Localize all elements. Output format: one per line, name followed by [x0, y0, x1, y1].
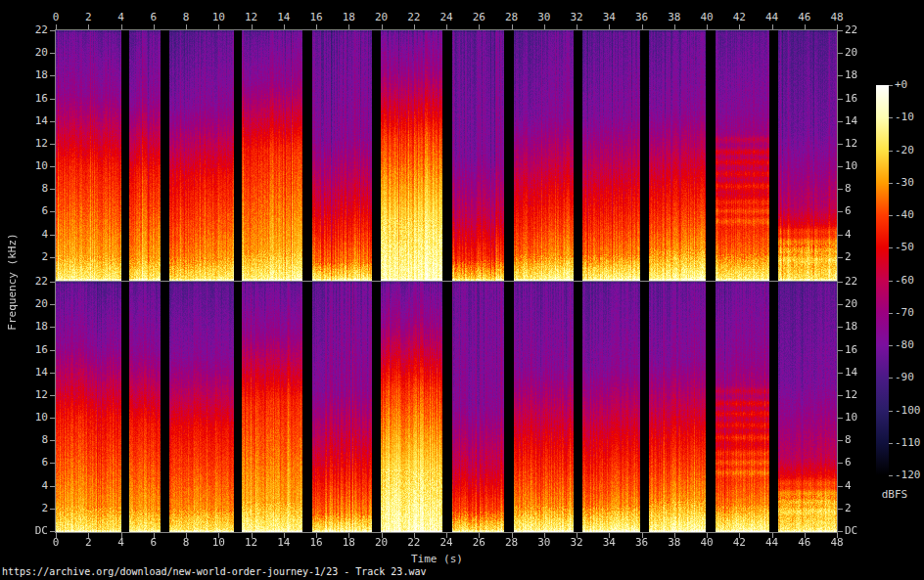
colorbar-tick: [889, 411, 893, 412]
time-tick-top: [739, 24, 740, 29]
freq-tick-right: [838, 531, 843, 532]
freq-tick-right: [838, 53, 843, 54]
time-tick-label-top: 0: [41, 12, 70, 23]
freq-tick-label-right: 14: [845, 115, 857, 127]
time-tick-label-bottom: 36: [627, 537, 657, 549]
colorbar-tick: [889, 247, 893, 248]
freq-tick-left: [50, 144, 55, 145]
channel-separator: [56, 281, 837, 282]
time-tick-label-top: 34: [594, 12, 624, 23]
freq-tick-right: [838, 121, 843, 122]
freq-tick-right: [838, 395, 843, 396]
freq-tick-label-right: 4: [845, 229, 852, 241]
time-tick-top: [284, 24, 285, 29]
freq-tick-left: [50, 189, 55, 190]
freq-tick-right: [838, 99, 843, 100]
freq-tick-label-right: 22: [845, 24, 857, 36]
freq-tick-right: [838, 304, 843, 305]
time-tick-label-bottom: 12: [237, 537, 266, 549]
time-tick-label-top: 48: [822, 12, 852, 23]
time-tick-top: [382, 24, 383, 29]
colorbar-tick: [889, 475, 893, 476]
colorbar-tick: [889, 443, 893, 444]
freq-tick-right: [838, 211, 843, 212]
freq-tick-left: [50, 440, 55, 441]
freq-tick-label-right: 16: [845, 93, 857, 105]
time-tick-top: [577, 24, 578, 29]
time-tick-label-bottom: 4: [107, 537, 136, 549]
freq-tick-label-right: 4: [845, 480, 852, 492]
freq-tick-right: [838, 418, 843, 419]
freq-tick-left: [50, 531, 55, 532]
freq-tick-label-right: 2: [845, 251, 852, 263]
colorbar-tick: [889, 183, 893, 184]
freq-tick-label-right: 18: [845, 321, 857, 333]
time-tick-top: [414, 24, 415, 29]
freq-tick-right: [838, 463, 843, 464]
freq-tick-left: [50, 166, 55, 167]
time-tick-label-bottom: 28: [497, 537, 527, 549]
freq-tick-right: [838, 282, 843, 283]
time-tick-label-top: 42: [724, 12, 754, 23]
time-tick-top: [544, 24, 545, 29]
freq-tick-right: [838, 327, 843, 328]
colorbar-tick: [889, 117, 893, 118]
freq-tick-label-right: 18: [845, 69, 857, 81]
colorbar-tick: [889, 151, 893, 152]
time-tick-label-bottom: 22: [399, 537, 429, 549]
time-tick-label-top: 16: [301, 12, 331, 23]
time-tick-label-bottom: 44: [758, 537, 787, 549]
time-tick-label-bottom: 24: [432, 537, 461, 549]
colorbar-tick-label: -100: [895, 405, 921, 417]
colorbar-tick: [889, 215, 893, 216]
time-tick-top: [348, 24, 349, 29]
freq-tick-right: [838, 373, 843, 374]
colorbar-tick-label: -70: [895, 307, 914, 319]
time-tick-label-bottom: 8: [171, 537, 201, 549]
freq-tick-left: [50, 304, 55, 305]
time-tick-top: [642, 24, 643, 29]
freq-tick-label-right: 12: [845, 138, 857, 150]
time-tick-label-bottom: 14: [269, 537, 299, 549]
colorbar-tick-label: -20: [895, 145, 914, 156]
colorbar-unit-label: dBFS: [874, 489, 915, 501]
time-tick-top: [218, 24, 219, 29]
time-tick-top: [772, 24, 773, 29]
time-tick-label-bottom: 26: [464, 537, 493, 549]
time-tick-label-top: 22: [399, 12, 429, 23]
time-tick-label-bottom: 34: [594, 537, 624, 549]
time-tick-label-bottom: 32: [562, 537, 591, 549]
freq-tick-label-right: 8: [845, 434, 852, 446]
time-tick-label-bottom: 6: [139, 537, 168, 549]
freq-tick-left: [50, 99, 55, 100]
time-tick-top: [512, 24, 513, 29]
time-tick-label-bottom: 18: [334, 537, 363, 549]
colorbar: [876, 85, 889, 475]
time-tick-label-top: 20: [367, 12, 396, 23]
colorbar-tick: [889, 281, 893, 282]
time-tick-top: [56, 24, 57, 29]
time-tick-label-bottom: 20: [367, 537, 396, 549]
freq-tick-right: [838, 235, 843, 236]
colorbar-tick: [889, 313, 893, 314]
freq-tick-label-right: 12: [845, 389, 857, 401]
time-tick-top: [805, 24, 806, 29]
freq-tick-right: [838, 350, 843, 351]
colorbar-tick: [889, 85, 893, 86]
freq-tick-right: [838, 257, 843, 258]
time-tick-label-top: 36: [627, 12, 657, 23]
freq-tick-label-right: 2: [845, 503, 852, 514]
time-tick-label-top: 2: [73, 12, 103, 23]
freq-tick-right: [838, 509, 843, 510]
time-tick-label-top: 24: [432, 12, 461, 23]
time-tick-label-top: 10: [204, 12, 233, 23]
freq-tick-left: [50, 395, 55, 396]
time-tick-top: [154, 24, 155, 29]
time-tick-label-top: 8: [171, 12, 201, 23]
time-tick-label-top: 12: [237, 12, 266, 23]
time-tick-label-bottom: 40: [692, 537, 721, 549]
time-tick-label-bottom: 0: [41, 537, 70, 549]
colorbar-tick: [889, 345, 893, 346]
colorbar-tick-label: -90: [895, 372, 914, 383]
freq-tick-label-right: 10: [845, 412, 857, 424]
